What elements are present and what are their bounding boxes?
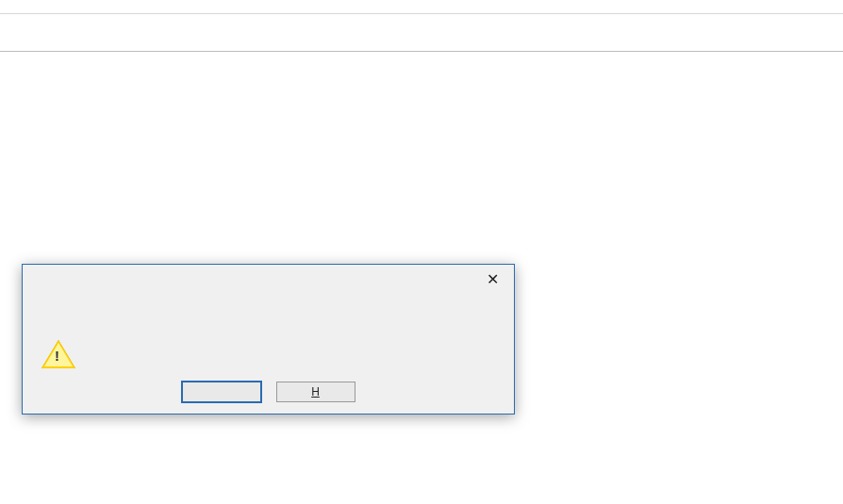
warning-icon: ! [41, 340, 75, 368]
close-icon[interactable]: ✕ [481, 272, 504, 287]
ribbon-label-formula-auditing [179, 0, 443, 13]
ok-button[interactable] [182, 382, 261, 402]
ribbon-label-defined-names [0, 0, 179, 13]
error-dialog: ✕ ! H [22, 264, 515, 415]
help-button[interactable]: H [276, 382, 355, 402]
ribbon-group-labels [0, 0, 843, 14]
ribbon-border-spacer [0, 14, 843, 52]
ribbon-label-calculation [443, 0, 783, 13]
